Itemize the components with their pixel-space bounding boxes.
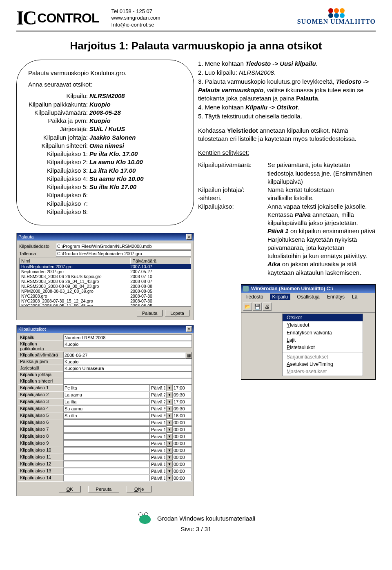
jakso-name-input[interactable] (63, 447, 150, 454)
menu-item[interactable]: Asetukset LiveTiming (283, 361, 363, 368)
toolbar-open-icon[interactable]: 📂 (243, 303, 252, 311)
menubar-item[interactable]: Tiedosto (244, 294, 264, 300)
menubar-item[interactable]: Ennätys (326, 294, 345, 300)
list-item[interactable]: NLRSM2008_2008-08-09_00_04_23.gro2008-08… (20, 284, 191, 289)
jakso-paiva-select[interactable] (150, 440, 167, 447)
jakso-paiva-select[interactable] (150, 385, 167, 391)
chevron-down-icon[interactable]: ▼ (167, 419, 172, 426)
jakso-paiva-select[interactable] (150, 426, 167, 433)
chevron-down-icon[interactable]: ▼ (167, 385, 172, 391)
jakso-time-input[interactable] (172, 419, 192, 426)
jakso-paiva-select[interactable] (150, 399, 167, 405)
jakso-paiva-select[interactable] (150, 454, 167, 461)
list-item[interactable]: NYC2008_2008-07-30_15_12_24.gro2008-07-3… (20, 298, 191, 303)
toolbar-print-icon[interactable]: 🖨 (263, 303, 272, 311)
chevron-down-icon[interactable]: ▼ (167, 399, 172, 405)
list-item[interactable]: NLRSM2008_2008-06-26 KuUS-kopio.gro2008-… (20, 274, 191, 279)
jakso-time-input[interactable] (172, 440, 192, 447)
menu-item[interactable]: Pistetaulukot (283, 344, 363, 351)
chevron-down-icon[interactable]: ▼ (167, 426, 172, 433)
menu-item[interactable]: Yleistiedot (283, 321, 363, 329)
menu-item[interactable]: Otsikot (283, 314, 363, 321)
chevron-down-icon[interactable]: ▼ (167, 475, 172, 481)
jakso-paiva-select[interactable] (150, 475, 167, 481)
chevron-down-icon[interactable]: ▼ (167, 468, 172, 474)
chevron-down-icon[interactable]: ▼ (167, 461, 172, 468)
close-icon[interactable]: × (186, 326, 192, 332)
list-item[interactable]: NLRSM2008_2008-06-26_04_11_43.gro2008-08… (20, 279, 191, 284)
jakso-time-input[interactable] (172, 412, 192, 419)
peruuta-button[interactable]: Peruuta (88, 486, 120, 492)
jakso-paiva-select[interactable] (150, 447, 167, 454)
chevron-down-icon[interactable]: ▼ (167, 392, 172, 398)
jakso-name-input[interactable] (63, 419, 150, 426)
jakso-name-input[interactable] (63, 454, 150, 461)
chevron-down-icon[interactable]: ▼ (167, 405, 172, 412)
logo-ic-text: IC (16, 8, 36, 28)
jakso-time-input[interactable] (172, 392, 192, 398)
lopeta-button[interactable]: Lopeta (165, 310, 189, 316)
jakso-paiva-select[interactable] (150, 405, 167, 412)
jakso-name-input[interactable] (63, 433, 150, 440)
calendar-icon[interactable]: ▦ (185, 352, 192, 358)
wingrodan-menubar[interactable]: TiedostoKilpailuOsallistujaEnnätysLä (241, 293, 375, 301)
jakso-name-input[interactable] (63, 399, 150, 405)
jakso-name-input[interactable] (63, 468, 150, 474)
chevron-down-icon[interactable]: ▼ (167, 412, 172, 419)
chevron-down-icon[interactable]: ▼ (167, 433, 172, 440)
list-item[interactable]: Neptuniaden 2007.gro2007-05-27 (20, 269, 191, 274)
jakso-paiva-select[interactable] (150, 461, 167, 468)
kilpailu-dropdown[interactable]: OtsikotYleistiedotEnnätyksen valvontaLaj… (282, 314, 363, 376)
menubar-item[interactable]: Kilpailu (270, 294, 291, 300)
field-input[interactable] (63, 378, 192, 385)
jakso-paiva-select[interactable] (150, 433, 167, 440)
menubar-item[interactable]: Lä (351, 294, 358, 300)
jakso-name-input[interactable] (63, 475, 150, 481)
jakso-paiva-select[interactable] (150, 468, 167, 474)
jakso-name-input[interactable] (63, 440, 150, 447)
menu-item[interactable]: Ennätyksen valvonta (283, 329, 363, 336)
palauta-f2-input[interactable] (56, 250, 191, 257)
jakso-paiva-select[interactable] (150, 412, 167, 419)
jakso-name-input[interactable] (63, 385, 150, 391)
chevron-down-icon[interactable]: ▼ (167, 447, 172, 454)
jakso-time-input[interactable] (172, 399, 192, 405)
field-input[interactable] (63, 372, 192, 378)
jakso-time-input[interactable] (172, 461, 192, 468)
jakso-name-input[interactable] (63, 461, 150, 468)
jakso-time-input[interactable] (172, 468, 192, 474)
toolbar-save-icon[interactable]: 💾 (253, 303, 262, 311)
ok-button[interactable]: OK (59, 486, 81, 492)
chevron-down-icon[interactable]: ▼ (167, 454, 172, 461)
ohje-button[interactable]: Ohje (127, 486, 151, 492)
jakso-name-input[interactable] (63, 426, 150, 433)
jakso-time-input[interactable] (172, 475, 192, 481)
jakso-time-input[interactable] (172, 405, 192, 412)
palauta-f1-input[interactable] (56, 243, 191, 249)
jakso-time-input[interactable] (172, 385, 192, 391)
jakso-name-input[interactable] (63, 412, 150, 419)
jakso-name-input[interactable] (63, 405, 150, 412)
list-item[interactable]: NYC2008.gro2008-07-30 (20, 294, 191, 298)
jakso-time-input[interactable] (172, 426, 192, 433)
list-item[interactable]: HostNeptuniaden 2007.gro2007-10-07 (20, 264, 191, 269)
jakso-name-input[interactable] (63, 392, 150, 398)
menubar-item[interactable]: Osallistuja (296, 294, 320, 300)
list-item[interactable]: NPM2008_2008-08-03_12_08_39.gro2008-08-0… (20, 289, 191, 294)
palauta-button[interactable]: Palauta (137, 310, 163, 316)
field-input[interactable] (63, 358, 192, 365)
field-input[interactable] (63, 334, 192, 341)
menu-item[interactable]: Lajit (283, 336, 363, 344)
field-input[interactable] (63, 365, 192, 372)
field-input[interactable] (63, 352, 185, 358)
palauta-list[interactable]: Nimi Päivämäärä HostNeptuniaden 2007.gro… (19, 258, 191, 307)
jakso-time-input[interactable] (172, 433, 192, 440)
list-item[interactable]: NYC2008_2008-08-05_11_50_48.gro2008-08-0… (20, 303, 191, 307)
jakso-paiva-select[interactable] (150, 419, 167, 426)
close-icon[interactable]: × (186, 234, 192, 240)
chevron-down-icon[interactable]: ▼ (167, 440, 172, 447)
jakso-time-input[interactable] (172, 454, 192, 461)
jakso-paiva-select[interactable] (150, 392, 167, 398)
field-input[interactable] (63, 341, 192, 347)
jakso-time-input[interactable] (172, 447, 192, 454)
